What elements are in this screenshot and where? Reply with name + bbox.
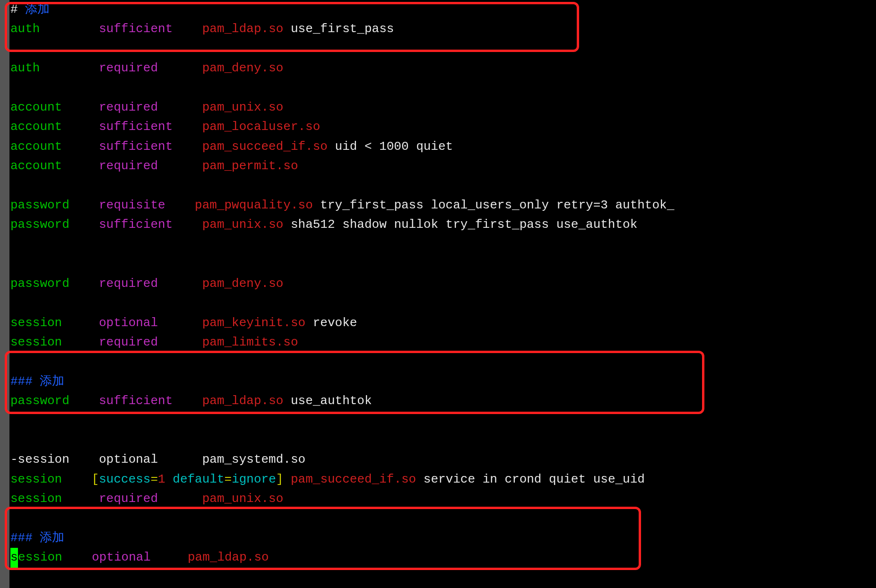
code-token: service in crond quiet use_uid [416, 472, 645, 486]
code-token: account [10, 100, 62, 114]
code-token: session [10, 335, 62, 349]
code-token: sufficient [99, 22, 173, 36]
code-token: uid < 1000 quiet [328, 139, 453, 154]
code-line: session optional pam_ldap.so [10, 548, 674, 567]
code-line [10, 254, 674, 274]
code-line [10, 39, 674, 59]
code-token: success [99, 472, 150, 486]
code-line: session required pam_unix.so [10, 489, 674, 509]
code-token: sufficient [99, 217, 173, 232]
code-token: 添加 [33, 374, 65, 389]
code-token: sufficient [99, 394, 173, 408]
code-token: ] [276, 472, 284, 486]
code-token: required [99, 277, 158, 291]
code-token: pam_permit.so [202, 159, 298, 173]
code-token: pam_unix.so [202, 100, 284, 114]
code-token: use_first_pass [283, 22, 394, 36]
code-token: pam_pwquality.so [195, 198, 313, 212]
code-token [165, 472, 173, 486]
code-line [10, 78, 674, 98]
code-token: session [10, 316, 62, 330]
code-token: pam_succeed_if.so [291, 472, 416, 486]
code-token: pam_unix.so [202, 492, 284, 506]
code-token: sufficient [99, 120, 173, 134]
code-token: revoke [305, 316, 357, 330]
code-line: ### 添加 [10, 372, 674, 391]
code-token: pam_ldap.so [202, 394, 284, 408]
code-token: account [10, 120, 62, 134]
code-token: required [99, 335, 158, 349]
code-token: pam_localuser.so [202, 120, 321, 134]
code-token [283, 472, 291, 486]
code-token: required [99, 159, 158, 173]
code-line [10, 411, 674, 431]
editor-gutter [0, 0, 9, 588]
code-token: try_first_pass local_users_only retry=3 … [313, 198, 675, 212]
code-line: password required pam_deny.so [10, 274, 674, 294]
code-token: password [10, 277, 69, 291]
code-token: ignore [232, 472, 276, 486]
code-token: 1 [158, 472, 165, 486]
code-token: pam_deny.so [202, 61, 284, 75]
code-line: password requisite pam_pwquality.so try_… [10, 196, 674, 215]
code-token: ession [18, 550, 62, 564]
code-token: 添加 [25, 2, 50, 17]
code-token: required [99, 492, 158, 506]
code-token: sufficient [99, 139, 173, 154]
code-line: auth required pam_deny.so [10, 59, 674, 78]
code-line: -session optional pam_systemd.so [10, 450, 674, 469]
code-line: account required pam_permit.so [10, 156, 674, 176]
code-line: account sufficient pam_succeed_if.so uid… [10, 137, 674, 156]
code-token: auth [10, 22, 40, 36]
code-token: pam_unix.so [202, 217, 284, 232]
code-token: password [10, 217, 69, 232]
code-token: optional [92, 550, 151, 564]
code-token: auth [10, 61, 40, 75]
code-token: # [10, 2, 25, 17]
code-token: optional [99, 316, 158, 330]
code-line [10, 352, 674, 372]
code-line: password sufficient pam_unix.so sha512 s… [10, 215, 674, 234]
code-token: password [10, 394, 69, 408]
code-token: account [10, 159, 62, 173]
code-line: auth sufficient pam_ldap.so use_first_pa… [10, 19, 674, 39]
code-line: ### 添加 [10, 528, 674, 548]
code-token: ### [10, 374, 33, 389]
code-line: account required pam_unix.so [10, 98, 674, 117]
code-token: account [10, 139, 62, 154]
code-token: pam_ldap.so [188, 550, 269, 564]
code-token: sha512 shadow nullok try_first_pass use_… [283, 217, 637, 232]
code-token: password [10, 198, 69, 212]
code-token: session [10, 492, 62, 506]
code-token: = [225, 472, 232, 486]
code-token: pam_succeed_if.so [202, 139, 328, 154]
code-line: account sufficient pam_localuser.so [10, 117, 674, 137]
code-token: ### [10, 531, 33, 545]
code-line: session required pam_limits.so [10, 333, 674, 352]
code-line: # 添加 [10, 0, 674, 19]
code-token: use_authtok [283, 394, 372, 408]
code-token: pam_ldap.so [202, 22, 284, 36]
code-token: session [10, 472, 62, 486]
code-line [10, 176, 674, 196]
code-token: default [173, 472, 224, 486]
code-token: 添加 [33, 531, 65, 545]
code-token: requisite [99, 198, 165, 212]
code-token: = [150, 472, 158, 486]
code-token: -session optional pam_systemd.so [10, 452, 305, 467]
code-line [10, 509, 674, 528]
cursor: s [10, 548, 18, 567]
code-token: pam_deny.so [202, 277, 284, 291]
code-token: required [99, 100, 158, 114]
code-line [10, 235, 674, 254]
code-token: [ [92, 472, 99, 486]
editor-text-area[interactable]: # 添加auth sufficient pam_ldap.so use_firs… [10, 0, 674, 568]
code-line: password sufficient pam_ldap.so use_auth… [10, 391, 674, 411]
code-token: required [99, 61, 158, 75]
code-line: session optional pam_keyinit.so revoke [10, 313, 674, 333]
code-line [10, 431, 674, 450]
code-token: pam_keyinit.so [202, 316, 305, 330]
code-token: pam_limits.so [202, 335, 298, 349]
code-line: session [success=1 default=ignore] pam_s… [10, 470, 674, 489]
code-line [10, 294, 674, 313]
